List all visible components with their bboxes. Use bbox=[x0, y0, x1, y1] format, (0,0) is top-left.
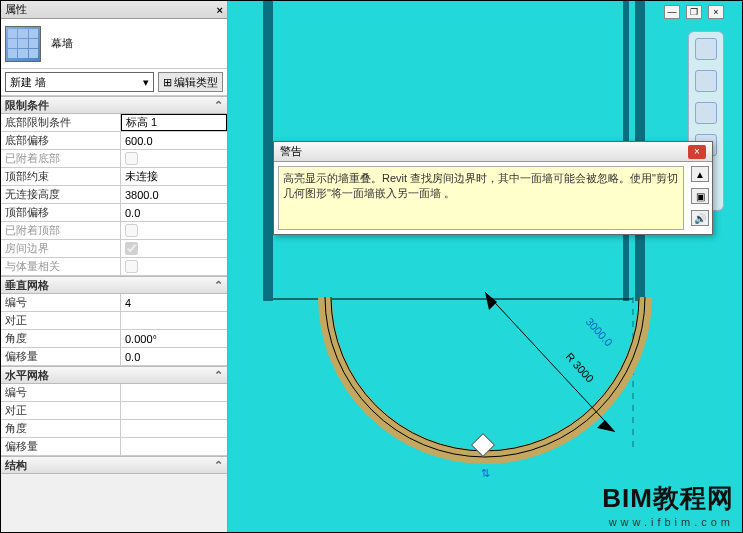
property-key: 顶部偏移 bbox=[1, 204, 121, 221]
group-header[interactable]: 结构⌃ bbox=[1, 456, 227, 474]
property-key: 编号 bbox=[1, 384, 121, 401]
warning-sound-icon[interactable]: 🔊 bbox=[691, 210, 709, 226]
property-row: 对正 bbox=[1, 312, 227, 330]
edit-type-button[interactable]: ⊞编辑类型 bbox=[158, 72, 223, 92]
warning-expand-icon[interactable]: ▣ bbox=[691, 188, 709, 204]
property-key: 对正 bbox=[1, 402, 121, 419]
window-controls: — ❐ × bbox=[664, 5, 724, 19]
group-name: 垂直网格 bbox=[5, 278, 49, 293]
property-key: 已附着底部 bbox=[1, 150, 121, 167]
group-name: 结构 bbox=[5, 458, 27, 473]
property-value[interactable] bbox=[121, 258, 227, 275]
svg-marker-7 bbox=[485, 292, 497, 310]
group-header[interactable]: 垂直网格⌃ bbox=[1, 276, 227, 294]
property-key: 编号 bbox=[1, 294, 121, 311]
property-row: 房间边界 bbox=[1, 240, 227, 258]
group-name: 水平网格 bbox=[5, 368, 49, 383]
watermark-url: www.ifbim.com bbox=[602, 516, 734, 528]
group-header[interactable]: 水平网格⌃ bbox=[1, 366, 227, 384]
property-value[interactable]: 4 bbox=[121, 294, 227, 311]
property-row: 已附着顶部 bbox=[1, 222, 227, 240]
property-row: 偏移量 bbox=[1, 438, 227, 456]
property-row: 偏移量0.0 bbox=[1, 348, 227, 366]
close-icon[interactable]: × bbox=[708, 5, 724, 19]
watermark: BIM教程网 www.ifbim.com bbox=[602, 481, 734, 528]
property-key: 对正 bbox=[1, 312, 121, 329]
radius-label: R 3000 bbox=[564, 350, 597, 384]
property-value[interactable]: 600.0 bbox=[121, 132, 227, 149]
collapse-icon[interactable]: ⌃ bbox=[214, 459, 223, 472]
radius-dim: 3000.0 bbox=[584, 315, 615, 348]
properties-panel: 属性 × 幕墙 新建 墙 ▾ ⊞编辑类型 限制条件⌃底部限制条件标高 1底部偏移… bbox=[1, 1, 228, 533]
property-row: 编号 bbox=[1, 384, 227, 402]
nav-pan-icon[interactable] bbox=[695, 70, 717, 92]
property-value[interactable] bbox=[121, 240, 227, 257]
panel-close-icon[interactable]: × bbox=[217, 4, 223, 16]
property-key: 角度 bbox=[1, 420, 121, 437]
property-key: 房间边界 bbox=[1, 240, 121, 257]
nav-wheel-icon[interactable] bbox=[695, 38, 717, 60]
property-value[interactable]: 0.0 bbox=[121, 204, 227, 221]
collapse-icon[interactable]: ⌃ bbox=[214, 279, 223, 292]
checkbox bbox=[125, 242, 138, 255]
restore-icon[interactable]: ❐ bbox=[686, 5, 702, 19]
property-row: 顶部约束未连接 bbox=[1, 168, 227, 186]
group-header[interactable]: 限制条件⌃ bbox=[1, 96, 227, 114]
checkbox bbox=[125, 224, 138, 237]
type-preview[interactable]: 幕墙 bbox=[1, 19, 227, 69]
type-label: 幕墙 bbox=[51, 36, 73, 51]
arc-wall: R 3000 3000.0 ⇅ bbox=[275, 262, 695, 502]
property-row: 编号4 bbox=[1, 294, 227, 312]
property-row: 无连接高度3800.0 bbox=[1, 186, 227, 204]
warning-titlebar[interactable]: 警告 × bbox=[274, 142, 712, 162]
property-key: 底部限制条件 bbox=[1, 114, 121, 131]
panel-header: 属性 × bbox=[1, 1, 227, 19]
property-value[interactable] bbox=[121, 420, 227, 437]
edit-type-label: 编辑类型 bbox=[174, 75, 218, 90]
collapse-icon[interactable]: ⌃ bbox=[214, 369, 223, 382]
drawing-viewport[interactable]: — ❐ × R 3000 3000.0 ⇅ 警告 × 高亮显示的墙重叠。Revi bbox=[228, 1, 742, 532]
property-key: 已附着顶部 bbox=[1, 222, 121, 239]
warning-close-icon[interactable]: × bbox=[688, 145, 706, 159]
property-row: 角度0.000° bbox=[1, 330, 227, 348]
property-value[interactable]: 0.0 bbox=[121, 348, 227, 365]
checkbox bbox=[125, 152, 138, 165]
property-row: 与体量相关 bbox=[1, 258, 227, 276]
property-key: 角度 bbox=[1, 330, 121, 347]
property-value[interactable] bbox=[121, 438, 227, 455]
property-value[interactable] bbox=[121, 402, 227, 419]
property-value[interactable]: 标高 1 bbox=[121, 114, 227, 131]
watermark-title: BIM教程网 bbox=[602, 481, 734, 516]
group-name: 限制条件 bbox=[5, 98, 49, 113]
property-key: 底部偏移 bbox=[1, 132, 121, 149]
curtain-wall-icon bbox=[5, 26, 41, 62]
svg-line-5 bbox=[485, 292, 615, 432]
property-row: 底部偏移600.0 bbox=[1, 132, 227, 150]
property-row: 角度 bbox=[1, 420, 227, 438]
property-value[interactable] bbox=[121, 312, 227, 329]
warning-nav-up-icon[interactable]: ▲ bbox=[691, 166, 709, 182]
collapse-icon[interactable]: ⌃ bbox=[214, 99, 223, 112]
type-selector-row: 新建 墙 ▾ ⊞编辑类型 bbox=[1, 69, 227, 96]
checkbox bbox=[125, 260, 138, 273]
property-row: 已附着底部 bbox=[1, 150, 227, 168]
warning-title-text: 警告 bbox=[280, 144, 302, 159]
property-value[interactable]: 3800.0 bbox=[121, 186, 227, 203]
property-value[interactable]: 未连接 bbox=[121, 168, 227, 185]
type-selector[interactable]: 新建 墙 ▾ bbox=[5, 72, 154, 92]
nav-zoom-icon[interactable] bbox=[695, 102, 717, 124]
property-value[interactable] bbox=[121, 222, 227, 239]
property-value[interactable]: 0.000° bbox=[121, 330, 227, 347]
type-selector-value: 新建 墙 bbox=[10, 75, 46, 90]
property-value[interactable] bbox=[121, 150, 227, 167]
svg-marker-6 bbox=[597, 420, 615, 432]
property-key: 偏移量 bbox=[1, 438, 121, 455]
warning-text: 高亮显示的墙重叠。Revit 查找房间边界时，其中一面墙可能会被忽略。使用"剪切… bbox=[278, 166, 684, 230]
property-key: 偏移量 bbox=[1, 348, 121, 365]
minimize-icon[interactable]: — bbox=[664, 5, 680, 19]
property-row: 对正 bbox=[1, 402, 227, 420]
property-row: 顶部偏移0.0 bbox=[1, 204, 227, 222]
property-key: 顶部约束 bbox=[1, 168, 121, 185]
flip-arrows-icon[interactable]: ⇅ bbox=[481, 467, 490, 479]
property-value[interactable] bbox=[121, 384, 227, 401]
